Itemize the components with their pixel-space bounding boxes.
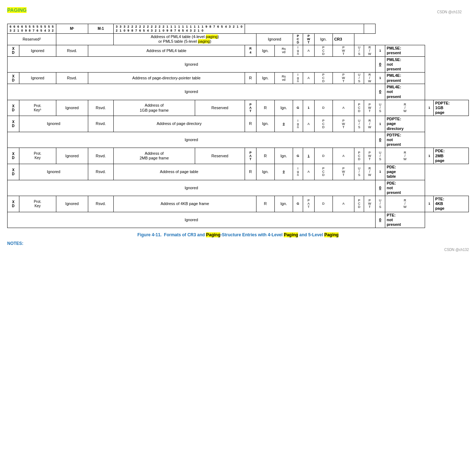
pdpte-address: Address of page directory — [113, 116, 245, 132]
pte-pwt: PWT — [364, 196, 375, 212]
pte-d: D — [314, 196, 333, 212]
pml4e-r: R — [245, 73, 256, 84]
pdpte-0: 0 — [375, 132, 385, 148]
pdpte-rw: R/W — [364, 116, 375, 132]
pdpte1gb-g: G — [293, 100, 303, 116]
pde-r: R — [245, 164, 256, 180]
pml5e-pwt2: PWT — [333, 45, 354, 56]
pdpte-pcd: PCD — [314, 116, 333, 132]
pml5e-rsvd: Rsvd. — [56, 45, 88, 56]
pde2mb-g: G — [293, 148, 303, 164]
pde-label: PDE:pagetable — [385, 164, 425, 180]
pml4e-a: A — [303, 73, 314, 84]
pde-rsvd: Rsvd. — [88, 164, 113, 180]
bits-mid-label: 323130 29282726 25242322 2120 19181716 1… — [113, 24, 245, 34]
pml4e-notpresent-row: Ignored 0 PML4E:notpresent — [8, 84, 469, 100]
pml4e-ign2: Ign — [293, 73, 303, 84]
pml4e-rw: R/W — [364, 73, 375, 84]
pde2mb-pcd: PCD — [354, 148, 364, 164]
pdpte-pagedir-row: XD Ignored Rsvd. Address of page directo… — [8, 116, 469, 132]
pdpte1gb-a: A — [333, 100, 354, 116]
pde-0: 0 — [375, 180, 385, 196]
pde2mb-rsvd: Rsvd. — [88, 148, 113, 164]
pte-label: PTE:4KBpage — [434, 196, 469, 212]
pde-ignored: Ignored — [19, 164, 88, 180]
pdpte1gb-us: U/S — [375, 100, 385, 116]
pml5e-present-row: XD Ignored Rsvd. Address of PML4 table R… — [8, 45, 469, 56]
pte-notpresent-row: Ignored 0 PTE:notpresent — [8, 212, 469, 228]
pte-address: Address of 4KB page frame — [113, 196, 256, 212]
figure-caption: Figure 4-11. Formats of CR3 and Paging-S… — [7, 232, 469, 237]
label-header — [364, 24, 375, 34]
pdpte1gb-xd: XD — [8, 100, 19, 116]
pml5e-ignored1: Ignored — [19, 45, 56, 56]
cr3-address: Address of PML4 table (4-level paging)or… — [113, 33, 256, 45]
pml4e-pwt: PWT — [333, 73, 354, 84]
pte-pcd: PCD — [354, 196, 364, 212]
bits-63-32-label: 63626160 59585756 55545352 — [8, 24, 56, 34]
notes-label: NOTES: — [7, 241, 469, 246]
pml4e-xd: XD — [8, 73, 19, 84]
pdpte1gb-d: D — [314, 100, 333, 116]
paging-highlight-2: Paging — [284, 232, 298, 237]
bit-header-row: 63626160 59585756 55545352 M¹ M-1 323130… — [8, 24, 469, 34]
pde-xd: XD — [8, 164, 19, 180]
pml5e-xd: XD — [8, 45, 19, 56]
cr3-pwt: PWT — [303, 33, 314, 45]
pdpte-us: U/S — [354, 116, 364, 132]
pdpte1gb-pcd: PCD — [354, 100, 364, 116]
pde-notpresent-row: Ignored 0 PDE:notpresent — [8, 180, 469, 196]
paging-table: 63626160 59585756 55545352 M¹ M-1 323130… — [7, 24, 469, 228]
pdpte-ign: Ign. — [256, 116, 274, 132]
pte-1: 1 — [425, 196, 434, 212]
pdpte-ignored: Ignored — [19, 116, 88, 132]
pml4e-ign: Ign. — [256, 73, 274, 84]
pde2mb-ignored: Ignored — [56, 148, 88, 164]
pte-ignored: Ignored — [56, 196, 88, 212]
pdpte-pwt: PWT — [333, 116, 354, 132]
pte-xd: XD — [8, 196, 19, 212]
pdpte-rsvd: Rsvd. — [88, 116, 113, 132]
pdpte-notpresent-row: Ignored 0 PDTPE:notpresent — [8, 132, 469, 148]
pdpte1gb-ignored: Ignored — [56, 100, 88, 116]
pml4e-rsvd: Rsvd. — [56, 73, 88, 84]
cr3-ign: Ign. — [314, 33, 333, 45]
pml5e-rw: R/W — [364, 45, 375, 56]
pml4e-ignored-span: Ignored — [8, 84, 376, 100]
pde-2mb-row: XD Prot.Key Ignored Rsvd. Address of2MB … — [8, 148, 469, 164]
pde2mb-a: A — [333, 148, 354, 164]
pte-notpresent-label: PTE:notpresent — [385, 212, 425, 228]
cr3-m1 — [56, 33, 113, 45]
pde-pagetable-row: XD Ignored Rsvd. Address of page table R… — [8, 164, 469, 180]
pdpte-ignored-span: Ignored — [8, 132, 376, 148]
pde2mb-reserved: Reserved — [195, 148, 245, 164]
pml5e-address: Address of PML4 table — [88, 45, 245, 56]
pde-0b: 0 — [274, 164, 293, 180]
pte-0: 0 — [375, 212, 385, 228]
pml5e-us: U/S — [354, 45, 364, 56]
pdpte-label: PDPTE:pagedirectory — [385, 116, 425, 132]
pml5e-ign: Ign. — [256, 45, 274, 56]
pdpte1gb-protkey: Prot.Key⁵ — [19, 100, 56, 116]
pde2mb-protkey: Prot.Key — [19, 148, 56, 164]
pdpte1gb-rw: R/W — [385, 100, 425, 116]
pml5e-r4: R4 — [245, 45, 256, 56]
pde2mb-pat: PAT — [245, 148, 256, 164]
pde-ignored-span: Ignored — [8, 180, 376, 196]
cr3-pcd: PCD — [293, 33, 303, 45]
pml4e-ignored: Ignored — [19, 73, 56, 84]
cr3-label: CR3 — [333, 33, 354, 45]
pml5e-a: A — [303, 45, 314, 56]
pml5e-ignored-span: Ignored — [8, 56, 376, 73]
pde-ign: Ign. — [256, 164, 274, 180]
pml4e-1: 1 — [375, 73, 385, 84]
m-1-header: M-1 — [88, 24, 113, 34]
pde2mb-label: PDE:2MBpage — [434, 148, 469, 164]
pde-notpresent-label: PDE:notpresent — [385, 180, 425, 196]
pml5e-notpresent-row: Ignored 0 PML5E:notpresent — [8, 56, 469, 73]
pml4e-notpresent-label: PML4E:notpresent — [385, 84, 425, 100]
pdpte1gb-address: Address of1GB page frame — [113, 100, 195, 116]
pde-address: Address of page table — [113, 164, 245, 180]
pte-protkey: Prot.Key — [19, 196, 56, 212]
pml4e-pcd: PCD — [314, 73, 333, 84]
